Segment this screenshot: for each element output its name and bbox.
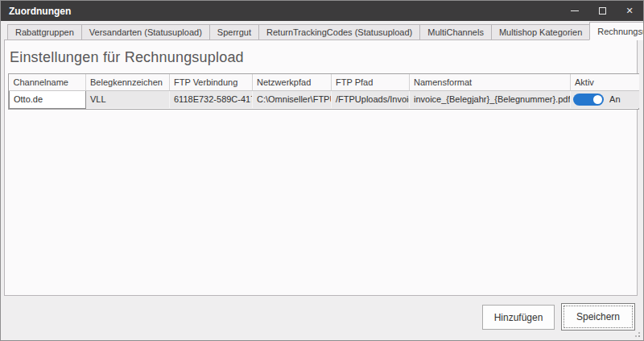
page-title: Einstellungen für Rechnungsupload <box>10 49 637 66</box>
tab-multichannels[interactable]: MultiChannels <box>419 24 492 40</box>
cell-aktiv: An <box>571 90 639 108</box>
tab-strip: Rabattgruppen Versandarten (Statusupload… <box>7 22 637 40</box>
close-button[interactable]: ✕ <box>616 1 643 21</box>
resize-grip[interactable] <box>634 331 640 337</box>
grid-header-row: Channelname Belegkennzeichen FTP Verbind… <box>10 74 639 90</box>
maximize-button[interactable] <box>588 1 616 21</box>
tab-rechnungsupload[interactable]: Rechnungsupload <box>589 22 644 40</box>
column-header-netzwerkpfad[interactable]: Netzwerkpfad <box>253 74 332 90</box>
cell-ftp-pfad[interactable]: /FTPUploads/Invoices <box>332 90 410 108</box>
tab-label: Rabattgruppen <box>15 27 74 37</box>
tab-label: MultiChannels <box>427 27 484 37</box>
column-header-namensformat[interactable]: Namensformat <box>410 74 571 90</box>
tab-label: Rechnungsupload <box>597 27 644 36</box>
titlebar[interactable]: Zuordnungen ✕ <box>1 1 643 21</box>
tab-label: Multishop Kategorien <box>499 27 582 37</box>
toggle-knob-icon <box>593 95 602 104</box>
close-icon: ✕ <box>625 6 633 15</box>
tab-versandarten-statusupload[interactable]: Versandarten (Statusupload) <box>81 24 210 40</box>
hinzufuegen-button[interactable]: Hinzufügen <box>482 305 555 330</box>
aktiv-toggle-label: An <box>609 94 620 104</box>
window-controls: ✕ <box>561 1 643 21</box>
cell-channelname[interactable]: Otto.de <box>10 90 86 108</box>
tab-page-rechnungsupload: Einstellungen für Rechnungsupload Channe… <box>4 40 638 296</box>
column-header-belegkennzeichen[interactable]: Belegkennzeichen <box>86 74 170 90</box>
column-header-channelname[interactable]: Channelname <box>10 74 86 90</box>
cell-namensformat[interactable]: invoice_{Belegjahr}_{Belegnummer}.pdf <box>410 90 571 108</box>
cell-ftp-verbindung[interactable]: 6118E732-589C-4173... <box>170 90 253 108</box>
tab-returntrackingcodes-statusupload[interactable]: ReturnTrackingCodes (Statusupload) <box>258 24 420 40</box>
tab-label: Sperrgut <box>217 27 251 37</box>
maximize-icon <box>599 7 606 15</box>
aktiv-toggle[interactable] <box>573 94 604 106</box>
table-row: Otto.de VLL 6118E732-589C-4173... C:\Omn… <box>10 90 639 108</box>
tab-multishop-kategorien[interactable]: Multishop Kategorien <box>491 24 590 40</box>
column-header-ftp-pfad[interactable]: FTP Pfad <box>332 74 410 90</box>
tab-rabattgruppen[interactable]: Rabattgruppen <box>7 24 82 40</box>
minimize-icon <box>571 10 579 11</box>
tab-label: ReturnTrackingCodes (Statusupload) <box>266 27 412 37</box>
speichern-button[interactable]: Speichern <box>561 303 635 331</box>
window-title: Zuordnungen <box>9 6 71 17</box>
minimize-button[interactable] <box>561 1 588 21</box>
cell-belegkennzeichen[interactable]: VLL <box>86 90 170 108</box>
column-header-ftp-verbindung[interactable]: FTP Verbindung <box>170 74 253 90</box>
tab-label: Versandarten (Statusupload) <box>89 27 202 37</box>
column-header-aktiv[interactable]: Aktiv <box>571 74 639 90</box>
cell-netzwerkpfad[interactable]: C:\Omniseller\FTPUpl... <box>253 90 332 108</box>
mappings-grid: Channelname Belegkennzeichen FTP Verbind… <box>8 73 639 110</box>
tab-sperrgut[interactable]: Sperrgut <box>209 24 259 40</box>
app-window: Zuordnungen ✕ Rabattgruppen Versandarten… <box>0 0 644 341</box>
